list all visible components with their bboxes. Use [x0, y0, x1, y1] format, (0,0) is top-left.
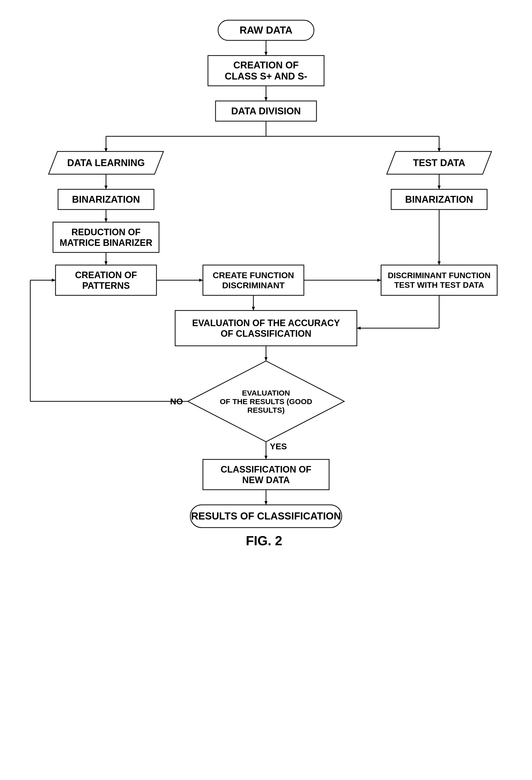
creation-patterns-node: CREATION OFPATTERNS: [55, 265, 156, 295]
svg-text:CLASS S+ AND S-: CLASS S+ AND S-: [225, 71, 307, 82]
svg-text:DATA LEARNING: DATA LEARNING: [67, 157, 145, 168]
arrow-pat-cf: [156, 279, 203, 282]
arrow-disc-eval: [357, 327, 360, 330]
reduction-node: REDUCTION OFMATRICE BINARIZER: [53, 222, 159, 252]
arrow-no-pat: [30, 279, 55, 282]
svg-marker-46: [438, 261, 441, 265]
fig-label: FIG. 2: [246, 533, 282, 548]
svg-marker-3: [264, 52, 268, 55]
arrow-cf-disc: [304, 279, 381, 282]
test-data-node: TEST DATA: [387, 151, 492, 174]
yes-label: YES: [270, 441, 287, 451]
svg-text:OF CLASSIFICATION: OF CLASSIFICATION: [221, 328, 311, 339]
svg-text:CREATION OF: CREATION OF: [75, 270, 137, 280]
svg-text:CLASSIFICATION OF: CLASSIFICATION OF: [221, 464, 311, 475]
svg-marker-52: [357, 327, 360, 330]
svg-marker-57: [264, 357, 268, 361]
svg-marker-65: [264, 456, 268, 459]
diagram-container: RAW DATACREATION OFCLASS S+ AND S-DATA D…: [0, 0, 532, 780]
svg-marker-20: [104, 186, 107, 189]
arrow-learn-bin: [104, 174, 107, 189]
arrow-cf-evalAcc: [252, 295, 255, 310]
svg-text:DISCRIMINANT: DISCRIMINANT: [222, 281, 285, 290]
svg-text:CREATION OF: CREATION OF: [234, 60, 299, 70]
arrow-2: [264, 86, 268, 101]
classification-new-node: CLASSIFICATION OFNEW DATA: [203, 459, 329, 490]
svg-text:REDUCTION OF: REDUCTION OF: [71, 227, 141, 237]
create-function-node: CREATE FUNCTIONDISCRIMINANT: [203, 265, 304, 295]
arrow-red-pat: [104, 252, 107, 265]
results-node: RESULTS OF CLASSIFICATION: [190, 505, 342, 528]
svg-text:TEST WITH TEST DATA: TEST WITH TEST DATA: [394, 281, 484, 290]
svg-marker-8: [264, 97, 268, 101]
arrow-evalAcc-diamond: [264, 346, 268, 361]
svg-marker-33: [104, 261, 107, 265]
svg-text:DISCRIMINANT FUNCTION: DISCRIMINANT FUNCTION: [388, 271, 490, 280]
discriminant-test-node: DISCRIMINANT FUNCTIONTEST WITH TEST DATA: [381, 265, 497, 295]
svg-marker-50: [252, 307, 255, 310]
arrow-binR-disc: [438, 209, 441, 265]
svg-text:EVALUATION: EVALUATION: [242, 389, 290, 397]
svg-text:MATRICE BINARIZER: MATRICE BINARIZER: [59, 238, 152, 248]
flowchart-svg: RAW DATACREATION OFCLASS S+ AND S-DATA D…: [0, 0, 532, 780]
svg-marker-48: [377, 279, 381, 282]
svg-marker-26: [104, 218, 107, 222]
svg-marker-63: [52, 279, 55, 282]
svg-text:EVALUATION OF THE ACCURACY: EVALUATION OF THE ACCURACY: [192, 318, 340, 328]
svg-rect-42: [381, 265, 497, 295]
arrow-test-bin: [438, 174, 441, 189]
arrow-cls-results: [264, 490, 268, 505]
svg-marker-70: [264, 501, 268, 505]
svg-text:RESULTS OF CLASSIFICATION: RESULTS OF CLASSIFICATION: [191, 510, 341, 522]
svg-text:TEST DATA: TEST DATA: [413, 157, 465, 168]
data-learning-node: DATA LEARNING: [49, 151, 163, 174]
arrow-1: [264, 40, 268, 55]
eval-results-diamond: EVALUATIONOF THE RESULTS (GOODRESULTS): [188, 361, 344, 442]
svg-text:RAW DATA: RAW DATA: [240, 25, 292, 36]
svg-text:CREATE FUNCTION: CREATE FUNCTION: [213, 271, 294, 280]
arrow-bin-red: [104, 209, 107, 222]
svg-text:BINARIZATION: BINARIZATION: [72, 194, 140, 205]
binarization-right-node: BINARIZATION: [391, 189, 487, 209]
svg-text:PATTERNS: PATTERNS: [82, 281, 130, 291]
svg-text:OF THE RESULTS (GOOD: OF THE RESULTS (GOOD: [220, 397, 312, 406]
binarization-left-node: BINARIZATION: [58, 189, 154, 209]
eval-accuracy-node: EVALUATION OF THE ACCURACYOF CLASSIFICAT…: [175, 310, 357, 346]
arrow-yes: [264, 442, 268, 459]
svg-marker-22: [438, 186, 441, 189]
svg-text:NEW DATA: NEW DATA: [242, 475, 290, 485]
data-division-node: DATA DIVISION: [215, 101, 317, 121]
svg-text:DATA DIVISION: DATA DIVISION: [231, 106, 301, 116]
creation-class-node: CREATION OFCLASS S+ AND S-: [208, 55, 324, 86]
raw-data-node: RAW DATA: [218, 20, 314, 40]
svg-text:RESULTS): RESULTS): [247, 406, 285, 414]
svg-text:BINARIZATION: BINARIZATION: [405, 194, 473, 205]
svg-marker-41: [199, 279, 203, 282]
